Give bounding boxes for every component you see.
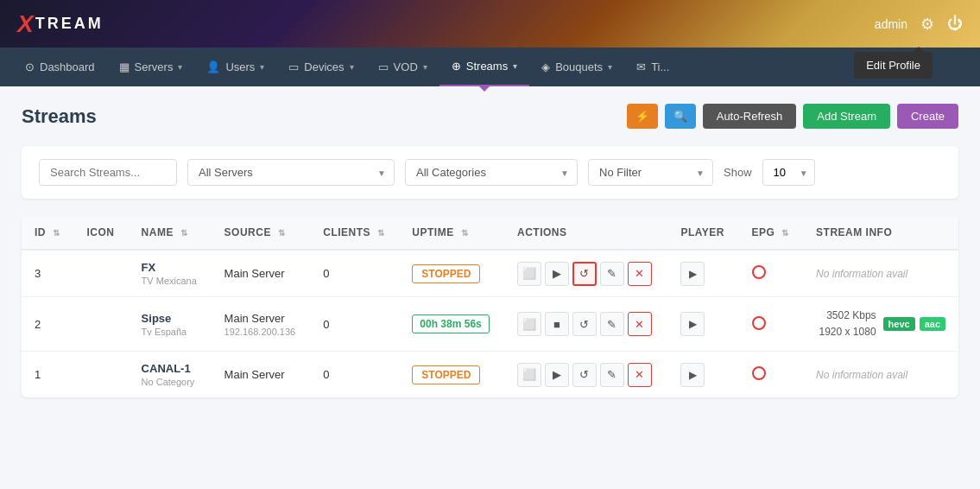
page-title: Streams: [22, 105, 97, 128]
cell-id: 1: [22, 352, 73, 398]
table-row: 3 FX TV Mexicana Main Server 0 STOPPED ⬜: [22, 250, 958, 297]
search-button[interactable]: 🔍: [665, 104, 696, 129]
cell-clients: 0: [310, 352, 399, 398]
cell-actions: ⬜ ▶ ↺ ✎ ✕: [504, 250, 667, 297]
col-uptime: UPTIME ⇅: [399, 216, 504, 250]
cell-name: FX TV Mexicana: [129, 250, 212, 297]
show-count-select[interactable]: 10 25 50 100: [762, 159, 815, 186]
auto-refresh-button[interactable]: Auto-Refresh: [703, 104, 797, 129]
actions-group: ⬜ ■ ↺ ✎ ✕: [517, 312, 654, 336]
cell-epg: [739, 250, 804, 297]
gear-icon[interactable]: ⚙: [920, 15, 934, 34]
filter-button[interactable]: ⚡: [627, 104, 658, 129]
col-epg: EPG ⇅: [739, 216, 804, 250]
source-ip: 192.168.200.136: [224, 327, 298, 337]
filter-row: All Servers All Categories No Filter Sho…: [22, 146, 958, 199]
restart-button[interactable]: ↺: [572, 363, 597, 387]
cell-source: Main Server: [212, 352, 311, 398]
no-filter-select[interactable]: No Filter: [588, 159, 713, 186]
cell-name: Sipse Tv España: [129, 297, 212, 352]
actions-group: ⬜ ▶ ↺ ✎ ✕: [517, 363, 654, 387]
copy-button[interactable]: ⬜: [517, 363, 541, 387]
col-id: ID ⇅: [22, 216, 73, 250]
col-name: NAME ⇅: [129, 216, 212, 250]
col-stream-info: STREAM INFO: [803, 216, 958, 250]
player-play-button[interactable]: ▶: [680, 262, 705, 286]
cell-clients: 0: [310, 297, 399, 352]
edit-button[interactable]: ✎: [600, 312, 624, 336]
dashboard-icon: ⊙: [25, 60, 35, 73]
nav-streams-label: Streams: [466, 60, 508, 73]
cell-player: ▶: [667, 297, 738, 352]
col-icon: ICON: [73, 216, 128, 250]
delete-button[interactable]: ✕: [628, 312, 652, 336]
servers-filter[interactable]: All Servers: [187, 159, 395, 186]
search-input[interactable]: [39, 159, 177, 186]
nav-bouquets[interactable]: ◈ Bouquets ▾: [529, 48, 624, 86]
nav-servers[interactable]: ▦ Servers ▾: [107, 48, 195, 86]
cell-stream-info: 3502 Kbps 1920 x 1080 hevc aac: [803, 297, 958, 352]
table-row: 1 CANAL-1 No Category Main Server 0 STOP…: [22, 352, 958, 398]
source-name: Main Server: [224, 312, 298, 325]
create-button[interactable]: Create: [897, 104, 958, 129]
categories-filter[interactable]: All Categories: [405, 159, 578, 186]
restart-button[interactable]: ↺: [572, 312, 597, 336]
chevron-down-icon: ▾: [350, 62, 354, 72]
cell-epg: [739, 352, 804, 398]
main-content: Streams ⚡ 🔍 Auto-Refresh Add Stream Crea…: [0, 86, 980, 415]
nav-bouquets-label: Bouquets: [555, 60, 603, 73]
nav-devices[interactable]: ▭ Devices ▾: [276, 48, 365, 86]
table-header-row: ID ⇅ ICON NAME ⇅ SOURCE ⇅ CLIENTS ⇅ UPTI…: [22, 216, 958, 250]
status-badge: STOPPED: [412, 365, 480, 384]
stream-resolution: 1920 x 1080: [819, 324, 876, 340]
col-clients: CLIENTS ⇅: [310, 216, 399, 250]
streams-table-container: ID ⇅ ICON NAME ⇅ SOURCE ⇅ CLIENTS ⇅ UPTI…: [22, 216, 958, 397]
nav-devices-label: Devices: [304, 60, 344, 73]
chevron-down-icon: ▾: [178, 62, 182, 72]
delete-button[interactable]: ✕: [628, 363, 652, 387]
stream-sub: No Category: [142, 377, 199, 387]
col-source: SOURCE ⇅: [212, 216, 311, 250]
player-play-button[interactable]: ▶: [680, 312, 705, 336]
edit-button[interactable]: ✎: [600, 363, 624, 387]
add-stream-button[interactable]: Add Stream: [803, 104, 890, 129]
logo-x: X: [17, 10, 34, 38]
users-icon: 👤: [206, 60, 220, 73]
play-button[interactable]: ▶: [545, 363, 569, 387]
play-button[interactable]: ▶: [545, 262, 569, 286]
app-header: X TREAM admin ⚙ ⏻ Edit Profile: [0, 0, 980, 48]
no-filter-wrapper: No Filter: [588, 159, 713, 186]
nav-tickets[interactable]: ✉ Ti...: [624, 48, 681, 86]
copy-button[interactable]: ⬜: [517, 262, 541, 286]
cell-id: 3: [22, 250, 73, 297]
servers-filter-wrapper: All Servers: [187, 159, 395, 186]
epg-indicator: [752, 316, 766, 330]
nav-vod[interactable]: ▭ VOD ▾: [366, 48, 439, 86]
cell-stream-info: No information avail: [803, 250, 958, 297]
stream-name: Sipse: [142, 312, 199, 325]
nav-vod-label: VOD: [394, 60, 418, 73]
streams-table: ID ⇅ ICON NAME ⇅ SOURCE ⇅ CLIENTS ⇅ UPTI…: [22, 216, 958, 397]
tickets-icon: ✉: [636, 60, 646, 73]
edit-button[interactable]: ✎: [600, 262, 624, 286]
epg-indicator: [752, 366, 766, 380]
nav-dashboard[interactable]: ⊙ Dashboard: [13, 48, 107, 86]
restart-button[interactable]: ↺: [572, 262, 597, 286]
cell-uptime: STOPPED: [399, 352, 504, 398]
nav-streams[interactable]: ⊕ Streams ▾: [439, 48, 529, 86]
stream-codec-badges: hevc aac: [883, 317, 945, 331]
nav-dashboard-label: Dashboard: [40, 60, 95, 73]
cell-uptime: STOPPED: [399, 250, 504, 297]
streams-icon: ⊕: [452, 60, 461, 73]
power-icon[interactable]: ⏻: [947, 15, 963, 33]
player-play-button[interactable]: ▶: [680, 363, 705, 387]
table-row: 2 Sipse Tv España Main Server 192.168.20…: [22, 297, 958, 352]
show-label: Show: [724, 166, 752, 179]
delete-button[interactable]: ✕: [628, 262, 652, 286]
nav-users[interactable]: 👤 Users ▾: [194, 48, 276, 86]
copy-button[interactable]: ⬜: [517, 312, 541, 336]
stop-button[interactable]: ■: [545, 312, 569, 336]
cell-actions: ⬜ ■ ↺ ✎ ✕: [504, 297, 667, 352]
categories-filter-wrapper: All Categories: [405, 159, 578, 186]
vod-icon: ▭: [378, 60, 389, 73]
